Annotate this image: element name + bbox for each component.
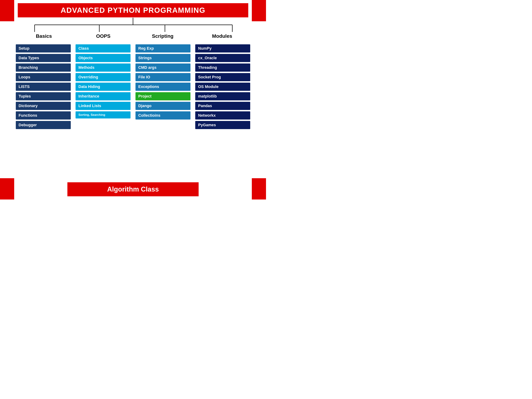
corner-br-decoration [252, 178, 266, 200]
page-title: ADVANCED PYTHON PROGRAMMING [21, 6, 245, 14]
basics-datatypes[interactable]: Data Types [16, 54, 71, 62]
basics-lists[interactable]: LISTS [16, 83, 71, 91]
scripting-strings[interactable]: Strings [135, 54, 190, 62]
basics-dictionary[interactable]: Dictionary [16, 102, 71, 110]
oops-sorting[interactable]: Sorting, Searching [76, 111, 131, 119]
scripting-regexp[interactable]: Reg Exp [135, 44, 190, 52]
basics-setup[interactable]: Setup [16, 44, 71, 52]
modules-networkx[interactable]: Networkx [195, 111, 250, 120]
footer-text: Algorithm Class [107, 185, 159, 193]
title-bar: ADVANCED PYTHON PROGRAMMING [18, 3, 248, 17]
oops-column: Class Objects Methods Overriding Data Hi… [76, 44, 131, 129]
modules-osmodule[interactable]: OS Module [195, 83, 250, 91]
header-basics: Basics [16, 33, 72, 39]
oops-class[interactable]: Class [76, 44, 131, 52]
basics-column: Setup Data Types Branching Loops LISTS T… [16, 44, 71, 129]
header-oops: OOPS [75, 33, 132, 39]
modules-cxoracle[interactable]: cx_Oracle [195, 54, 250, 62]
column-headers: Basics OOPS Scripting Modules [14, 33, 252, 39]
corner-bl-decoration [0, 178, 14, 200]
header-modules: Modules [194, 33, 251, 39]
oops-overriding[interactable]: Overriding [76, 73, 131, 81]
scripting-collections[interactable]: Collectioins [135, 111, 190, 120]
basics-tuples[interactable]: Tuples [16, 92, 71, 100]
basics-debugger[interactable]: Debugger [16, 121, 71, 129]
header-scripting: Scripting [134, 33, 191, 39]
oops-linkedlists[interactable]: Linked Lists [76, 102, 131, 110]
modules-matplotlib[interactable]: matplotlib [195, 92, 250, 100]
basics-branching[interactable]: Branching [16, 63, 71, 72]
oops-objects[interactable]: Objects [76, 54, 131, 62]
scripting-column: Reg Exp Strings CMD args File IO Excepti… [135, 44, 190, 129]
oops-methods[interactable]: Methods [76, 63, 131, 72]
basics-loops[interactable]: Loops [16, 73, 71, 81]
oops-inheritance[interactable]: Inheritance [76, 92, 131, 100]
modules-pygame[interactable]: PyGames [195, 121, 250, 129]
modules-pandas[interactable]: Pandas [195, 102, 250, 110]
modules-threading[interactable]: Threading [195, 63, 250, 72]
scripting-exceptions[interactable]: Exceptions [135, 83, 190, 91]
content-area: Setup Data Types Branching Loops LISTS T… [14, 44, 252, 129]
scripting-django[interactable]: Django [135, 102, 190, 110]
basics-functions[interactable]: Functions [16, 111, 71, 120]
modules-numpy[interactable]: NumPy [195, 44, 250, 52]
oops-datahiding[interactable]: Data Hiding [76, 83, 131, 91]
tree-connector [0, 18, 266, 35]
modules-column: NumPy cx_Oracle Threading Socket Prog OS… [195, 44, 250, 129]
scripting-cmdargs[interactable]: CMD args [135, 63, 190, 72]
algorithm-footer: Algorithm Class [67, 182, 199, 196]
modules-socketprog[interactable]: Socket Prog [195, 73, 250, 81]
scripting-fileio[interactable]: File IO [135, 73, 190, 81]
scripting-project[interactable]: Project [135, 92, 190, 100]
